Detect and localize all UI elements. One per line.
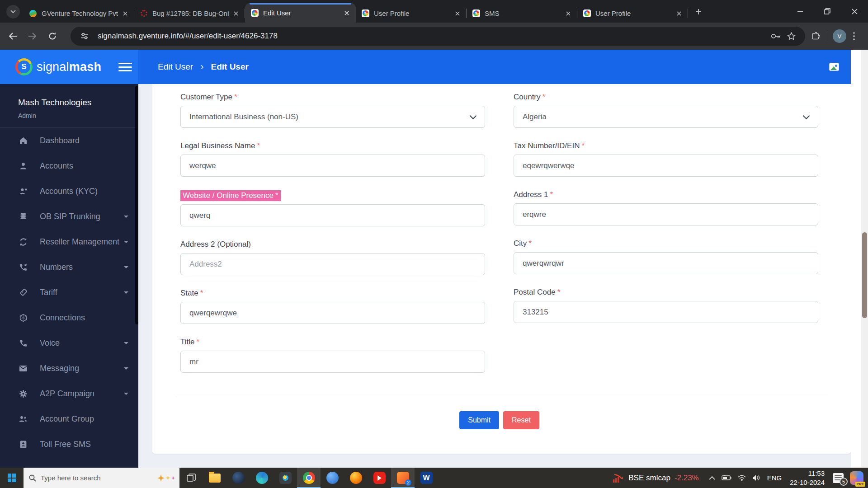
extensions-puzzle-icon[interactable]: [808, 28, 823, 44]
password-key-icon[interactable]: [768, 28, 783, 44]
sidebar-scrollbar[interactable]: [135, 86, 138, 324]
sidebar-item-a2p-campaign[interactable]: A2P Campaign: [0, 381, 138, 406]
scrollbar-thumb[interactable]: [862, 232, 867, 318]
sidebar-item-messaging[interactable]: Messaging: [0, 356, 138, 381]
sidebar-item-connections[interactable]: Connections: [0, 305, 138, 330]
website-input[interactable]: [180, 204, 485, 226]
postal-code-input[interactable]: [514, 301, 818, 323]
taskbar-search-box[interactable]: Type here to search: [24, 468, 179, 488]
file-explorer-button[interactable]: [203, 468, 226, 488]
toolbar-right: V: [808, 28, 862, 44]
header-bar: Edit User › Edit User: [138, 50, 851, 84]
sidebar-item-toll-free-sms[interactable]: Toll Free SMS: [0, 432, 138, 457]
back-button[interactable]: [4, 27, 22, 45]
city-input[interactable]: [514, 252, 818, 274]
submit-button[interactable]: Submit: [459, 411, 499, 429]
title-input[interactable]: [180, 351, 485, 373]
sidebar-item-ob-sip-trunking[interactable]: OB SIP Trunking: [0, 204, 138, 229]
chrome-icon: [303, 472, 315, 484]
address-1-input[interactable]: [514, 203, 818, 225]
web-page: S signalmash Edit User › Edit User Mash …: [0, 50, 868, 468]
new-tab-button[interactable]: [692, 5, 705, 19]
legal-business-name-input[interactable]: [180, 155, 485, 177]
sidebar-item-tariff[interactable]: Tariff: [0, 280, 138, 305]
firefox-button[interactable]: [344, 468, 368, 488]
sidebar-item-dashboard[interactable]: Dashboard: [0, 128, 138, 153]
form-column-right: Country* Algeria Tax Number/ID/EIN* Add: [514, 93, 818, 386]
close-icon[interactable]: [231, 9, 241, 18]
users-icon: [18, 415, 28, 423]
breadcrumb-parent[interactable]: Edit User: [158, 62, 193, 72]
page-scrollbar[interactable]: [861, 50, 868, 468]
customer-type-select[interactable]: International Business (non-US): [180, 106, 485, 128]
taskbar-clock[interactable]: 11:53 22-10-2024: [788, 469, 826, 487]
language-indicator[interactable]: ENG: [767, 474, 782, 482]
mail-app-button[interactable]: 2: [391, 468, 415, 488]
app-dark-button[interactable]: [226, 468, 250, 488]
word-button[interactable]: W: [415, 468, 438, 488]
state-input[interactable]: [180, 302, 485, 324]
browser-profile-avatar[interactable]: V: [833, 29, 846, 43]
chevron-down-icon: [124, 266, 128, 268]
blue-app-button[interactable]: [321, 468, 344, 488]
url-text[interactable]: signalmash.gventure.info/#/user/edit-use…: [98, 32, 768, 41]
close-icon[interactable]: [121, 9, 130, 18]
site-info-icon[interactable]: [77, 28, 92, 44]
address-bar[interactable]: signalmash.gventure.info/#/user/edit-use…: [71, 27, 805, 46]
tab-user-profile-1[interactable]: S User Profile: [356, 4, 467, 23]
header-avatar-broken-image-icon[interactable]: [829, 63, 839, 71]
stock-ticker-widget[interactable]: BSE smlcap -2.23%: [607, 468, 704, 488]
tab-user-profile-2[interactable]: S User Profile: [577, 4, 688, 23]
start-button[interactable]: [0, 468, 24, 488]
close-icon[interactable]: [675, 9, 684, 18]
country-select[interactable]: Algeria: [514, 106, 818, 128]
sidebar-item-accounts-kyc[interactable]: Accounts (KYC): [0, 178, 138, 204]
youtube-button[interactable]: [368, 468, 391, 488]
edge-button[interactable]: [250, 468, 274, 488]
windows-taskbar: Type here to search 2 W BSE smlcap -2.2: [0, 468, 868, 488]
task-view-button[interactable]: [179, 468, 203, 488]
sidebar-item-account-group[interactable]: Account Group: [0, 406, 138, 432]
address-2-input[interactable]: [180, 253, 485, 275]
bookmark-star-icon[interactable]: [783, 28, 799, 44]
field-label: Customer Type*: [180, 93, 485, 102]
tab-sms[interactable]: S SMS: [467, 4, 577, 23]
tab-search-button[interactable]: [6, 5, 20, 19]
chrome-button[interactable]: [297, 468, 321, 488]
reload-button[interactable]: [43, 27, 61, 45]
battery-icon[interactable]: [722, 475, 731, 481]
field-tax-number: Tax Number/ID/EIN*: [514, 141, 818, 177]
wifi-icon[interactable]: [738, 475, 746, 481]
sidebar: Mash Technologies Admin Dashboard Accoun…: [0, 84, 138, 468]
close-icon[interactable]: [453, 9, 462, 18]
hamburger-menu-icon[interactable]: [118, 63, 132, 71]
tab-bug-redmine[interactable]: Bug #12785: DB Bug-Onbo: [134, 4, 245, 23]
tab-edit-user-active[interactable]: S Edit User: [245, 3, 356, 23]
browser-menu-icon[interactable]: [846, 28, 862, 44]
reset-button[interactable]: Reset: [503, 411, 539, 429]
volume-icon[interactable]: [752, 474, 761, 481]
sidebar-item-accounts[interactable]: Accounts: [0, 153, 138, 178]
window-restore-button[interactable]: [814, 0, 841, 23]
close-icon[interactable]: [564, 9, 573, 18]
field-state: State*: [180, 289, 485, 324]
capture-app-button[interactable]: [274, 468, 297, 488]
search-highlights-sparkle-icon[interactable]: [157, 474, 175, 482]
firefox-icon: [350, 472, 362, 484]
forward-button[interactable]: [24, 27, 42, 45]
close-icon[interactable]: [342, 9, 351, 18]
signalmash-favicon-icon: S: [361, 9, 369, 18]
window-close-button[interactable]: [841, 0, 868, 23]
action-center-button[interactable]: 5: [833, 473, 844, 483]
sidebar-item-voice[interactable]: Voice: [0, 330, 138, 356]
tray-chevron-up-icon[interactable]: [709, 476, 715, 480]
window-minimize-button[interactable]: [787, 0, 814, 23]
sidebar-item-reseller-management[interactable]: Reseller Management: [0, 229, 138, 254]
field-label: Postal Code*: [514, 288, 818, 297]
tax-number-input[interactable]: [514, 155, 818, 177]
copilot-button[interactable]: PRE: [850, 471, 863, 485]
search-placeholder: Type here to search: [41, 474, 157, 482]
folder-icon: [209, 474, 221, 483]
sidebar-item-numbers[interactable]: Numbers: [0, 254, 138, 280]
tab-gventure[interactable]: GVenture Technology Pvt. L: [24, 4, 134, 23]
